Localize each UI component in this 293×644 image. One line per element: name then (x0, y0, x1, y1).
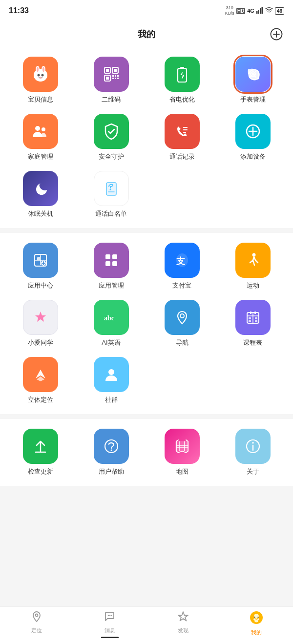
app-adddevice[interactable]: 添加设备 (220, 114, 286, 161)
status-icons: 310KB/s HD 4G 46 (225, 5, 284, 16)
app-position[interactable]: 立体定位 (7, 357, 73, 404)
signal-icon (256, 7, 263, 15)
app-schedule[interactable]: 课程表 (220, 300, 286, 347)
app-qrcode[interactable]: 二维码 (78, 57, 144, 104)
app-sleep[interactable]: 休眠关机 (7, 171, 73, 218)
section-1: 宝贝信息 二维码 (0, 47, 293, 228)
nav-message-label: 消息 (105, 627, 115, 634)
nav-message[interactable]: 消息 (73, 611, 146, 638)
svg-rect-24 (115, 78, 116, 79)
svg-rect-28 (180, 67, 184, 69)
nav-discover-label: 发现 (178, 627, 188, 634)
svg-rect-25 (117, 78, 119, 79)
app-whitelist[interactable]: 通话白名单 (78, 171, 144, 218)
baobei-label: 宝贝信息 (28, 95, 53, 104)
app-baobei[interactable]: 宝贝信息 (7, 57, 73, 104)
svg-rect-47 (105, 254, 110, 259)
community-label: 社群 (105, 395, 118, 404)
svg-rect-62 (249, 320, 251, 322)
svg-point-83 (257, 617, 258, 618)
update-label: 检查更新 (28, 467, 53, 476)
svg-rect-26 (117, 75, 119, 77)
svg-rect-69 (176, 441, 188, 451)
sport-icon (235, 243, 271, 278)
position-label: 立体定位 (28, 395, 53, 404)
battery-label: 省电优化 (169, 95, 195, 104)
update-icon (23, 429, 58, 464)
calls-icon (165, 114, 200, 149)
aienglish-label: AI英语 (102, 338, 120, 347)
svg-rect-58 (250, 312, 251, 314)
app-appmanage[interactable]: 应用管理 (78, 243, 144, 290)
qrcode-icon (94, 57, 129, 92)
app-aienglish[interactable]: abc AI英语 (78, 300, 144, 347)
app-sport[interactable]: 运动 (220, 243, 286, 290)
svg-rect-63 (255, 320, 257, 322)
community-icon (94, 357, 129, 392)
add-button[interactable] (269, 26, 284, 42)
about-label: 关于 (247, 467, 259, 476)
nav-mine[interactable]: 我的 (220, 611, 293, 638)
svg-text:abc: abc (104, 314, 114, 322)
svg-rect-0 (256, 11, 258, 14)
whitelist-label: 通话白名单 (95, 209, 127, 218)
svg-rect-21 (112, 75, 114, 77)
app-about[interactable]: 关于 (220, 429, 286, 476)
app-grid-2: 家庭管理 安全守护 通话记录 (7, 114, 286, 161)
svg-rect-23 (112, 78, 114, 79)
app-calls[interactable]: 通话记录 (149, 114, 215, 161)
app-appcenter[interactable]: 应用中心 (7, 243, 73, 290)
svg-point-76 (111, 615, 112, 616)
app-watch[interactable]: 手表管理 (220, 57, 286, 104)
svg-point-52 (252, 253, 255, 257)
status-bar: 11:33 310KB/s HD 4G 46 (0, 0, 293, 21)
app-help[interactable]: 用户帮助 (78, 429, 144, 476)
battery-charge-icon (165, 57, 200, 92)
baobei-icon (23, 57, 58, 92)
network-speed: 310KB/s (225, 5, 234, 16)
nav-locate[interactable]: 定位 (0, 611, 73, 638)
app-grid-6: 立体定位 社群 (7, 357, 286, 404)
svg-point-73 (36, 614, 38, 617)
bottom-nav: 定位 消息 发现 (0, 606, 293, 644)
xiaoai-icon (23, 300, 58, 335)
watch-icon (235, 57, 271, 92)
app-map[interactable]: 地图 (149, 429, 215, 476)
app-community[interactable]: 社群 (78, 357, 144, 404)
app-xiaoai[interactable]: 小爱同学 (7, 300, 73, 347)
app-alipay[interactable]: 支 支付宝 (149, 243, 215, 290)
svg-rect-22 (115, 75, 116, 77)
appmanage-icon (94, 243, 129, 278)
appcenter-icon (23, 243, 58, 278)
xiaoai-label: 小爱同学 (28, 338, 53, 347)
svg-point-11 (42, 67, 44, 72)
header: 我的 (0, 21, 293, 47)
battery-icon: 46 (275, 7, 284, 15)
app-security[interactable]: 安全守护 (78, 114, 144, 161)
family-icon (23, 114, 58, 149)
nav-locate-label: 定位 (31, 627, 42, 634)
app-navigation[interactable]: 导航 (149, 300, 215, 347)
message-icon (104, 611, 116, 625)
svg-point-7 (34, 69, 47, 82)
svg-point-10 (37, 67, 39, 72)
sleep-icon (23, 171, 58, 206)
svg-point-54 (180, 314, 184, 318)
svg-text:支: 支 (176, 256, 186, 266)
app-update[interactable]: 检查更新 (7, 429, 73, 476)
app-grid-5: 小爱同学 abc AI英语 导航 (7, 300, 286, 347)
nav-discover[interactable]: 发现 (146, 611, 220, 638)
security-icon (94, 114, 129, 149)
svg-point-72 (252, 442, 254, 444)
map-icon (165, 429, 200, 464)
svg-point-13 (41, 74, 43, 77)
app-family[interactable]: 家庭管理 (7, 114, 73, 161)
svg-point-12 (37, 74, 40, 77)
schedule-label: 课程表 (243, 338, 262, 347)
page-title: 我的 (138, 28, 155, 40)
wifi-icon (265, 7, 273, 14)
svg-point-68 (110, 450, 112, 451)
family-label: 家庭管理 (28, 152, 53, 161)
svg-rect-61 (255, 317, 257, 319)
app-battery[interactable]: 省电优化 (149, 57, 215, 104)
